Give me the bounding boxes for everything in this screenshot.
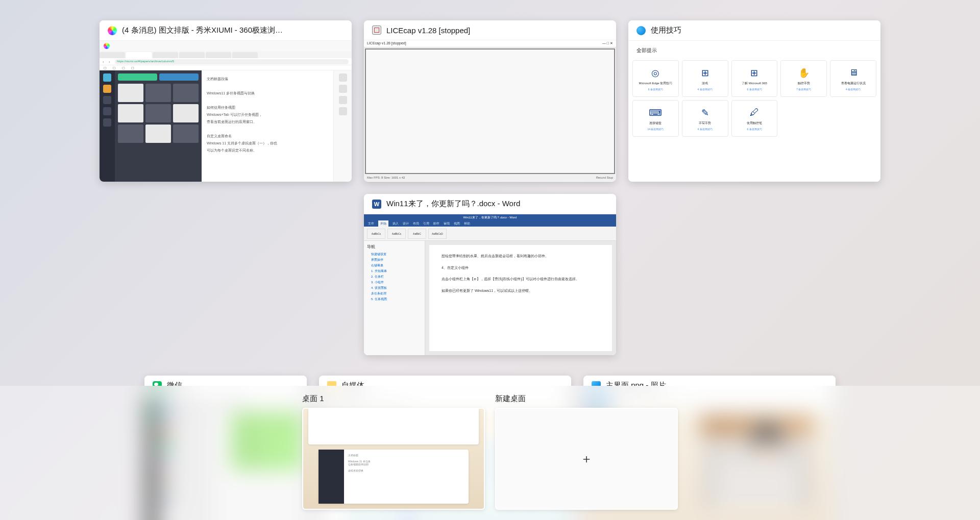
tips-header: 全部提示	[632, 45, 876, 56]
licecap-capture-frame	[365, 48, 615, 174]
desktop-thumbnail[interactable]: 文档标题Windows 11 多任务任务视图使用说明虚拟桌面切换	[302, 408, 485, 510]
tip-link: 4 条使用技巧	[846, 88, 861, 91]
tips-grid: ◎Microsoft Edge 使用技巧6 条使用技巧⊞游戏4 条使用技巧⊞了解…	[632, 60, 876, 137]
tip-link: 4 条使用技巧	[698, 128, 713, 131]
back-icon: ‹	[103, 60, 107, 64]
sidebar-icon	[103, 107, 111, 115]
browser-chrome	[100, 41, 352, 51]
tip-label: 连接键盘	[649, 121, 662, 126]
tip-link: 4 条使用技巧	[698, 88, 713, 91]
browser-tab	[100, 52, 125, 58]
tip-icon: ⌨	[649, 107, 662, 119]
word-tab: 文件	[368, 221, 374, 226]
outline-item: 3. 小组件	[367, 280, 422, 285]
tips-icon	[636, 26, 646, 35]
window-title: LICEcap v1.28 [stopped]	[364, 20, 616, 40]
tool-icon	[339, 96, 347, 104]
word-tabs: 文件开始插入设计布局引用邮件审阅视图帮助	[364, 220, 616, 227]
desktop-1[interactable]: 桌面 1 文档标题Windows 11 多任务任务视图使用说明虚拟桌面切换	[302, 394, 485, 512]
url-bar: https://xiumi.us/#/papers/archive/column…	[115, 59, 349, 64]
tip-label: 查看电脑运行状况	[841, 81, 866, 86]
title-text: (4 条消息) 图文排版 - 秀米XIUMI - 360极速浏…	[122, 26, 283, 35]
word-document-area: 想给您带来特别的水果、然后点击新建会话框，看到有趣的小部件。4、自定义小组件点击…	[425, 241, 616, 355]
word-style: AaBbCcD	[428, 229, 447, 239]
forward-icon: ›	[109, 60, 113, 64]
tip-label: Microsoft Edge 使用技巧	[639, 81, 673, 86]
bookmarks-bar: ▢▢▢▢	[100, 65, 352, 70]
tool-icon	[339, 107, 347, 115]
window-preview: LICEcap v1.28 [stopped] — □ ✕ Max FPS: 8…	[364, 40, 616, 181]
tip-icon: ⊞	[699, 67, 711, 79]
word-ribbon: 文件开始插入设计布局引用邮件审阅视图帮助 AaBbCcAaBbCcAaBbCAa…	[364, 220, 616, 241]
tip-icon: ⊞	[748, 67, 761, 79]
browser-360-icon	[108, 26, 117, 35]
word-tab: 邮件	[433, 221, 439, 226]
word-icon: W	[372, 200, 381, 209]
outline-item: 4. 设置面板	[367, 285, 422, 291]
desktop-label: 新建桌面	[495, 394, 678, 404]
window-word[interactable]: W Win11来了，你更新了吗？.docx - Word Win11来了，你更新…	[364, 194, 616, 355]
window-preview: ‹ › https://xiumi.us/#/papers/archive/co…	[100, 41, 352, 182]
window-title: (4 条消息) 图文排版 - 秀米XIUMI - 360极速浏…	[100, 20, 352, 41]
tip-icon: 🖊	[748, 107, 761, 119]
window-browser-xiumi[interactable]: (4 条消息) 图文排版 - 秀米XIUMI - 360极速浏… ‹ ›	[100, 20, 352, 182]
template-thumb	[173, 104, 199, 122]
tip-label: 手写手势	[699, 121, 711, 126]
new-desktop[interactable]: 新建桌面 ＋	[495, 394, 678, 512]
window-title: 使用技巧	[628, 20, 880, 41]
title-text: LICEcap v1.28 [stopped]	[386, 26, 470, 35]
licecap-status: Max FPS: 8 Size: 1601 x 42 Record Stop	[364, 175, 616, 181]
window-tips[interactable]: 使用技巧 全部提示 ◎Microsoft Edge 使用技巧6 条使用技巧⊞游戏…	[628, 20, 880, 182]
outline-item: 1. 开始菜单	[367, 268, 422, 274]
xiumi-editor: 文档标题段落Windows11 多任务视图与切换如何使用任务视图Windows+…	[202, 70, 333, 182]
virtual-desktops-bar: 桌面 1 文档标题Windows 11 多任务任务视图使用说明虚拟桌面切换 新建…	[0, 386, 980, 520]
title-text: 使用技巧	[651, 26, 681, 35]
word-style: AaBbCc	[387, 229, 406, 239]
outline-item: 右键菜单	[367, 263, 422, 268]
browser-toolbar: ‹ › https://xiumi.us/#/papers/archive/co…	[100, 58, 352, 65]
word-tab: 帮助	[464, 221, 470, 226]
tip-card: ⌨连接键盘14 条使用技巧	[632, 100, 679, 137]
windows-row-1: (4 条消息) 图文排版 - 秀米XIUMI - 360极速浏… ‹ ›	[10, 20, 970, 355]
tip-link: 6 条使用技巧	[747, 128, 762, 131]
sidebar-icon	[103, 73, 111, 82]
word-tab: 布局	[413, 221, 419, 226]
tip-icon: ✎	[699, 107, 711, 119]
xiumi-sidebar	[100, 70, 115, 182]
template-thumb	[145, 84, 171, 102]
tip-label: 了解 Microsoft 365	[742, 81, 767, 86]
template-thumb	[173, 84, 199, 102]
browser-tab	[232, 52, 258, 58]
word-style: AaBbC	[408, 229, 426, 239]
word-nav-pane: 导航 快捷键设置界面操作右键菜单1. 开始菜单2. 任务栏3. 小组件4. 设置…	[364, 241, 425, 355]
template-thumb	[118, 104, 143, 122]
word-titlebar: Win11来了，你更新了吗？.docx - Word	[364, 214, 616, 220]
browser-tab	[153, 52, 178, 58]
sidebar-icon	[103, 118, 111, 127]
tip-card: ✎手写手势4 条使用技巧	[682, 100, 728, 137]
xiumi-panel	[115, 70, 202, 182]
sidebar-icon	[103, 96, 111, 104]
tool-icon	[339, 85, 347, 93]
browser-tab-active	[126, 52, 152, 58]
xiumi-body: 文档标题段落Windows11 多任务视图与切换如何使用任务视图Windows+…	[100, 70, 352, 182]
template-thumb	[145, 104, 171, 122]
tip-icon: 🖥	[847, 67, 860, 79]
new-desktop-button[interactable]: ＋	[495, 408, 678, 510]
word-tab: 视图	[454, 221, 460, 226]
tip-label: 触控手势	[798, 81, 810, 86]
tip-card: 🖊使用触控笔6 条使用技巧	[731, 100, 778, 137]
tip-card: ⊞游戏4 条使用技巧	[682, 60, 728, 97]
tip-link: 14 条使用技巧	[647, 128, 664, 131]
xiumi-button	[118, 73, 157, 81]
word-tab: 设计	[403, 221, 409, 226]
word-styles: AaBbCcAaBbCcAaBbCAaBbCcD	[364, 227, 616, 241]
word-tab: 插入	[393, 221, 399, 226]
outline-item: 2. 任务栏	[367, 274, 422, 280]
tip-card: 🖥查看电脑运行状况4 条使用技巧	[830, 60, 876, 97]
template-thumb	[118, 125, 143, 143]
tool-icon	[339, 73, 347, 82]
window-licecap[interactable]: LICEcap v1.28 [stopped] LICEcap v1.28 [s…	[364, 20, 616, 182]
word-tab: 开始	[378, 220, 388, 227]
desktop-label: 桌面 1	[302, 394, 485, 404]
